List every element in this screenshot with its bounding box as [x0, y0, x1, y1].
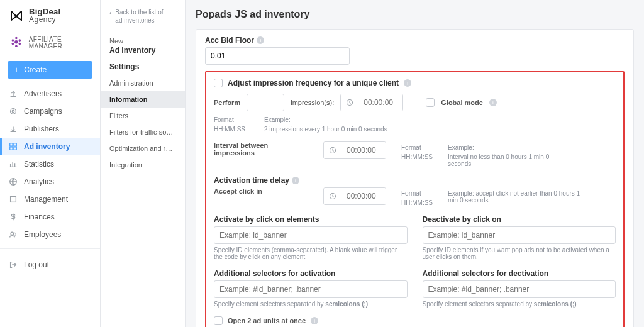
plus-icon: +	[14, 65, 19, 74]
sub-item-filters[interactable]: Filters	[101, 108, 185, 124]
open2-checkbox[interactable]	[214, 316, 223, 325]
info-icon[interactable]: i	[404, 79, 411, 87]
svg-rect-11	[10, 147, 13, 150]
brand: BigDeal Agency	[0, 0, 100, 30]
interval-label: Interval between impressions	[214, 141, 308, 157]
info-icon[interactable]: i	[292, 177, 299, 184]
format-value: HH:MM:SS	[401, 153, 433, 160]
download-icon	[9, 125, 18, 133]
freq-title-row: Adjust impression frequency for a unique…	[214, 79, 616, 87]
user-role: AFFILIATE MANAGER	[29, 36, 91, 50]
freq-title: Adjust impression frequency for a unique…	[228, 79, 399, 87]
sub-item-optimization[interactable]: Optimization and rules	[101, 140, 185, 157]
create-button[interactable]: + Create	[8, 61, 92, 79]
nav-label: Statistics	[24, 160, 54, 169]
freq-perform-row: Perform impression(s): Global mode i	[214, 94, 616, 111]
format-label: Format	[401, 190, 433, 197]
nav-statistics[interactable]: Statistics	[0, 155, 100, 173]
nav-finances[interactable]: Finances	[0, 208, 100, 226]
svg-rect-12	[14, 147, 16, 150]
activate-click-input[interactable]	[214, 226, 408, 244]
chevron-left-icon: ‹	[109, 9, 111, 18]
nav-campaigns[interactable]: Campaigns	[0, 103, 100, 120]
nav-ad-inventory[interactable]: Ad inventory	[0, 138, 100, 155]
format-value: HH:MM:SS	[214, 126, 245, 133]
info-icon[interactable]: i	[257, 36, 264, 44]
avatar-icon	[9, 35, 24, 51]
sub-item-administration[interactable]: Administration	[101, 75, 185, 91]
info-icon[interactable]: i	[489, 99, 497, 106]
example-value: 2 impressions every 1 hour 0 min 0 secon…	[264, 126, 387, 133]
freq-time-input[interactable]	[340, 94, 403, 111]
sub-new-label: New	[101, 32, 185, 45]
example-value: Interval no less than 0 hours 1 min 0 se…	[448, 153, 574, 167]
open2-row: Open 2 ad units at once i	[214, 316, 616, 325]
secondary-sidebar: ‹ Back to the list of ad inventories New…	[101, 0, 186, 327]
brand-logo-icon	[9, 8, 24, 23]
dollar-icon	[9, 213, 18, 221]
back-line1: Back to the list of	[115, 9, 163, 16]
user-block: AFFILIATE MANAGER	[0, 30, 100, 57]
globe-icon	[9, 177, 18, 186]
accept-time-input[interactable]	[323, 187, 386, 205]
global-mode-label: Global mode	[441, 99, 483, 106]
nav-label: Advertisers	[24, 89, 62, 98]
back-line2: ad inventories	[115, 17, 154, 24]
nav-publishers[interactable]: Publishers	[0, 120, 100, 138]
sub-item-integration[interactable]: Integration	[101, 157, 185, 173]
primary-nav: Advertisers Campaigns Publishers Ad inve…	[0, 85, 100, 243]
deactivate-click-hint: Specify ID elements if you want pop ads …	[423, 247, 616, 260]
svg-point-16	[14, 233, 16, 235]
perform-label: Perform	[214, 99, 240, 106]
primary-sidebar: BigDeal Agency AFFILIATE MANAGER + Creat…	[0, 0, 101, 327]
activate-click-label: Activate by click on elements	[214, 215, 408, 224]
nav-divider	[0, 248, 100, 249]
nav-analytics[interactable]: Analytics	[0, 173, 100, 191]
upload-icon	[9, 89, 18, 98]
impressions-count-input[interactable]	[247, 94, 284, 111]
sel-activation-input[interactable]	[214, 280, 408, 298]
sub-item-information[interactable]: Information	[101, 91, 185, 108]
nav-management[interactable]: Management	[0, 191, 100, 208]
nav-employees[interactable]: Employees	[0, 226, 100, 243]
open2-label: Open 2 ad units at once	[228, 317, 306, 324]
sel-deactivation-label: Additional selectors for dectivation	[423, 269, 616, 278]
logout-link[interactable]: Log out	[0, 254, 100, 275]
svg-point-3	[12, 43, 14, 45]
target-icon	[9, 107, 18, 116]
svg-rect-14	[11, 197, 16, 202]
freq-checkbox[interactable]	[214, 79, 223, 87]
svg-point-7	[11, 109, 16, 114]
example-label: Example:	[448, 144, 574, 151]
sub-entity: Ad inventory	[101, 45, 185, 60]
sel-deactivation-hint: Specify element selectors separated by s…	[423, 301, 616, 308]
nav-advertisers[interactable]: Advertisers	[0, 85, 100, 103]
logout-icon	[9, 260, 18, 269]
nav-label: Ad inventory	[24, 142, 70, 151]
nav-label: Campaigns	[24, 107, 62, 116]
sel-deactivation-input[interactable]	[423, 280, 616, 298]
svg-point-0	[14, 40, 18, 43]
acc-bid-floor-input[interactable]	[205, 47, 350, 65]
sub-item-filters-traffic[interactable]: Filters for traffic sour…	[101, 124, 185, 140]
sel-activation-hint: Specify element selectors separated by s…	[214, 301, 408, 308]
sub-settings-head: Settings	[101, 60, 185, 75]
highlight-box: Adjust impression frequency for a unique…	[205, 71, 625, 327]
back-link[interactable]: ‹ Back to the list of ad inventories	[101, 9, 185, 32]
deactivate-click-label: Deactivate by click on	[423, 215, 616, 224]
global-mode-checkbox[interactable]	[426, 98, 435, 107]
svg-point-15	[11, 232, 13, 235]
nav-label: Management	[24, 195, 68, 204]
square-icon	[9, 195, 18, 204]
example-label: Example:	[264, 116, 387, 123]
clock-icon	[324, 188, 341, 204]
svg-point-6	[15, 45, 18, 47]
info-icon[interactable]: i	[311, 317, 318, 324]
svg-point-4	[19, 43, 21, 45]
interval-time-input[interactable]	[323, 141, 386, 159]
nav-label: Analytics	[24, 177, 54, 186]
svg-point-5	[15, 37, 18, 40]
format-label: Format	[214, 116, 245, 123]
logout-label: Log out	[24, 260, 49, 269]
deactivate-click-input[interactable]	[423, 226, 616, 244]
